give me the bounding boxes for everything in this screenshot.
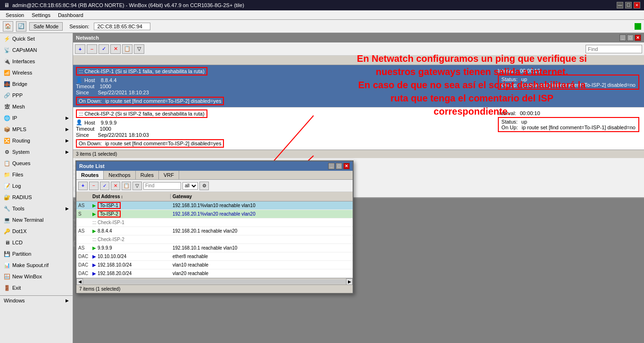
sidebar-item-routing[interactable]: 🔀 Routing ▶ [0,135,73,146]
route-window-close[interactable]: ✕ [343,163,350,169]
tab-rules[interactable]: Rules [136,171,159,179]
netwatch-add-button[interactable]: + [75,44,85,54]
route-row-gateway: 192.168.20.1%vlan20 reachable vlan20 [171,211,353,217]
route-row-dst: ▶ To-ISP-1 [91,202,171,209]
refresh-button[interactable]: 🔄 [16,21,26,32]
sidebar-item-bridge[interactable]: 🌉 Bridge [0,78,73,90]
sidebar-item-ppp[interactable]: 🔗 PPP [0,90,73,101]
table-row[interactable]: ::: Check-ISP-1 [76,218,353,227]
sidebar-item-system[interactable]: ⚙ System ▶ [0,146,73,158]
route-disable-button[interactable]: ✕ [111,182,120,190]
sidebar-item-dot1x[interactable]: 🔑 Dot1X [0,226,73,237]
netwatch-maximize[interactable]: □ [627,34,634,41]
sidebar-item-partition[interactable]: 💾 Partition [0,248,73,259]
maximize-button[interactable]: ☐ [625,2,632,8]
route-remove-button[interactable]: − [89,182,99,190]
sidebar-item-wireless[interactable]: 📶 Wireless [0,67,73,78]
menu-settings[interactable]: Settings [28,11,54,19]
sidebar-item-mpls[interactable]: 📦 MPLS ▶ [0,124,73,135]
sidebar-label-routing: Routing [12,138,30,143]
table-row[interactable]: AS ▶ 8.8.4.4 192.168.20.1 reachable vlan… [76,227,353,235]
table-row[interactable]: DAC ▶ 192.168.20.0/24 vlan20 reachable [76,269,353,278]
sidebar-item-capsman[interactable]: 📡 CAPsMAN [0,44,73,56]
table-row[interactable]: S ▶ To-ISP-2 192.168.20.1%vlan20 reachab… [76,210,353,218]
route-find-input[interactable] [143,182,181,190]
route-copy-button[interactable]: 📋 [122,182,131,190]
exit-icon: 🚪 [4,284,10,291]
sidebar-item-files[interactable]: 📁 Files [0,169,73,180]
route-row-dst-value: 9.9.9.9 [98,245,112,251]
big-text-overlay: En Netwatch configuramos un ping que ver… [307,52,637,118]
route-row-gateway: 192.168.10.1%vlan10 reachable vlan10 [171,203,353,208]
route-row-dst-value: 192.168.10.0/24 [98,262,132,268]
route-window-maximize[interactable]: □ [336,163,342,169]
menu-dashboard[interactable]: Dashboard [54,11,87,19]
table-row[interactable]: AS ▶ 9.9.9.9 192.168.10.1 reachable vlan… [76,244,353,252]
app-icon: 🖥 [4,2,9,8]
route-status-bar: 7 items (1 selected) [76,284,353,293]
netwatch-row1-ondown-label: On Down: [79,98,102,104]
netwatch-close[interactable]: ✕ [635,34,641,41]
sidebar-item-exit[interactable]: 🚪 Exit [0,282,73,293]
sidebar-item-tools[interactable]: 🔧 Tools ▶ [0,203,73,214]
session-value: 2C:C8:1B:65:8C:94 [94,23,150,30]
sidebar-item-queues[interactable]: 📋 Queues [0,158,73,169]
scroll-left-button[interactable]: ◀ [76,278,83,285]
home-button[interactable]: 🏠 [3,21,13,32]
table-row[interactable]: ::: Check-ISP-2 [76,235,353,244]
sidebar-item-quick-set[interactable]: ⚡ Quick Set [0,33,73,44]
netwatch-filter-button[interactable]: ▽ [134,44,144,54]
sidebar-item-log[interactable]: 📝 Log [0,180,73,192]
netwatch-row2-host-value: 9.9.9.9 [101,120,117,125]
route-row-type: DAC [76,271,91,276]
route-window-minimize[interactable]: _ [328,163,335,169]
sidebar-item-interfaces[interactable]: 🔌 Interfaces [0,56,73,67]
sidebar-label-radius: RADIUS [12,194,32,200]
sidebar-item-ip[interactable]: 🌐 IP ▶ [0,112,73,124]
route-settings-button[interactable]: ⚙ [199,182,209,190]
sidebar-item-new-winbox[interactable]: 🪟 New WinBox [0,271,73,282]
sidebar-item-new-terminal[interactable]: 💻 New Terminal [0,214,73,226]
route-enable-button[interactable]: ✓ [100,182,109,190]
route-add-button[interactable]: + [78,182,88,190]
route-row-type: AS [76,203,91,208]
route-row-gateway: 192.168.10.1 reachable vlan10 [171,245,353,251]
route-window-controls: _ □ ✕ [328,163,350,169]
sidebar-item-make-supout[interactable]: 📊 Make Supout.rif [0,259,73,271]
tab-vrf[interactable]: VRF [159,171,179,179]
sidebar-label-bridge: Bridge [12,81,27,87]
big-text-line1: En Netwatch configuramos un ping que ver… [307,52,637,65]
route-filter-button[interactable]: ▽ [132,182,142,190]
sidebar-item-mesh[interactable]: 🕸 Mesh [0,101,73,112]
scroll-right-button[interactable]: ▶ [346,278,353,285]
system-icon: ⚙ [4,149,10,155]
mpls-expand-arrow: ▶ [66,127,69,132]
netwatch-copy-button[interactable]: 📋 [122,44,132,54]
netwatch-minimize[interactable]: _ [619,34,626,41]
table-row[interactable]: DAC ▶ 192.168.10.0/24 vlan10 reachable [76,261,353,269]
route-gateway-label: Gateway [173,194,192,199]
sidebar-label-files: Files [12,172,23,177]
sidebar-item-radius[interactable]: 🔐 RADIUS [0,192,73,203]
netwatch-row2-timeout-value: 1000 [99,126,111,132]
menu-session[interactable]: Session [2,11,28,19]
ip-icon: 🌐 [4,115,10,121]
minimize-button[interactable]: — [617,2,623,8]
tab-nexthops[interactable]: Nexthops [104,171,135,179]
route-filter-select[interactable]: all [182,182,198,190]
sidebar-item-windows[interactable]: Windows ▶ [0,295,73,305]
netwatch-disable-button[interactable]: ✕ [110,44,121,54]
tab-routes[interactable]: Routes [76,171,104,179]
sidebar-label-dot1x: Dot1X [12,228,27,234]
close-button[interactable]: ✕ [634,2,640,8]
netwatch-enable-button[interactable]: ✓ [99,44,109,54]
safe-mode-button[interactable]: Safe Mode [29,22,63,31]
table-row[interactable]: AS ▶ To-ISP-1 192.168.10.1%vlan10 reacha… [76,201,353,210]
netwatch-row2-timeout-label: Timeout [76,126,94,132]
table-row[interactable]: DAC ▶ 10.10.10.0/24 ether8 reachable [76,252,353,261]
sidebar-item-lcd[interactable]: 🖥 LCD [0,237,73,248]
netwatch-row2-host-icon: 👤 [76,119,83,125]
netwatch-remove-button[interactable]: − [87,44,97,54]
sidebar-label-tools: Tools [12,206,25,211]
netwatch-row2-since-row: Since Sep/22/2021 18:10:03 [76,132,641,138]
